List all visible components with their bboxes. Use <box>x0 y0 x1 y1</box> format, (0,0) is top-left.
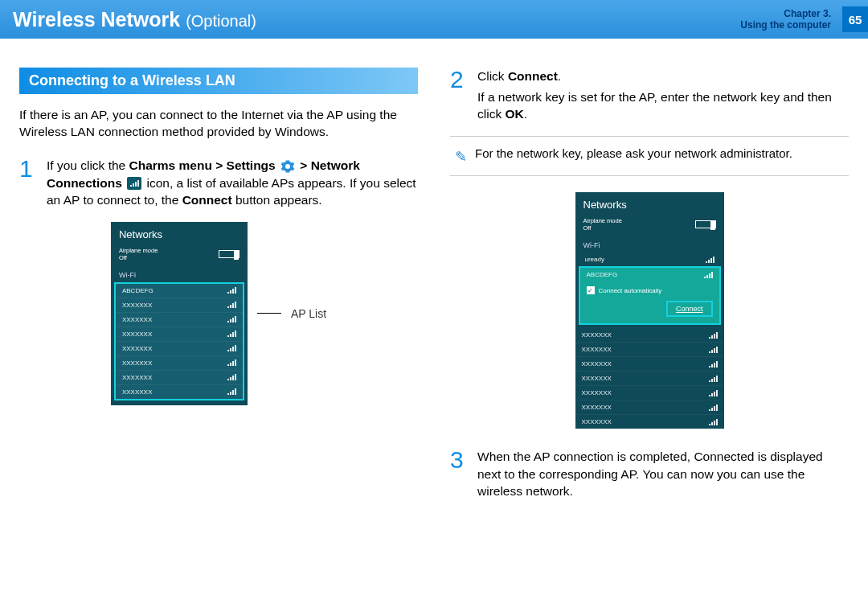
step-3-number: 3 <box>450 448 469 500</box>
ap-item[interactable]: XXXXXXX <box>116 326 243 341</box>
airplane-mode-label: Airplane mode <box>583 217 622 224</box>
airplane-state: Off <box>583 224 622 232</box>
networks-panel-2: Networks Airplane mode Off Wi-Fi uready … <box>575 192 724 429</box>
chapter-number: Chapter 3. <box>740 8 831 19</box>
step-1-number: 1 <box>19 157 39 209</box>
signal-icon <box>227 331 236 337</box>
signal-icon <box>227 374 236 380</box>
panel-title: Networks <box>575 199 724 217</box>
ap-name: XXXXXXX <box>122 316 152 323</box>
step-3: 3 When the AP connection is completed, C… <box>450 448 849 500</box>
airplane-toggle[interactable] <box>219 250 240 258</box>
ap-item[interactable]: XXXXXXX <box>116 341 243 355</box>
ap-name: ABCDEFG <box>587 271 618 278</box>
ap-item[interactable]: XXXXXXX <box>116 370 243 384</box>
note-box: ✎ For the network key, please ask your n… <box>450 136 849 176</box>
text: If a network key is set for the AP, ente… <box>477 90 832 121</box>
airplane-mode-row: Airplane mode Off <box>111 247 248 266</box>
ap-item[interactable]: XXXXXXX <box>575 342 724 356</box>
ap-item[interactable]: uready <box>575 253 724 266</box>
intro-text: If there is an AP, you can connect to th… <box>19 107 418 141</box>
title-subtitle: (Optional) <box>186 12 256 30</box>
ap-item[interactable]: ABCDEFG <box>116 284 243 298</box>
signal-icon <box>709 405 718 411</box>
signal-icon <box>709 419 718 425</box>
signal-icon <box>127 177 141 190</box>
networks-panel: Networks Airplane mode Off Wi-Fi ABCDEFG… <box>111 222 248 405</box>
ap-name: XXXXXXX <box>582 418 612 425</box>
text: Click <box>477 69 508 83</box>
bold: Connect <box>508 69 558 83</box>
ap-name: XXXXXXX <box>122 331 152 338</box>
ap-item[interactable]: XXXXXXX <box>575 356 724 371</box>
signal-icon <box>709 390 718 396</box>
airplane-state: Off <box>119 254 158 261</box>
ap-item[interactable]: XXXXXXX <box>575 385 724 400</box>
left-column: Connecting to a Wireless LAN If there is… <box>19 68 418 513</box>
text: . <box>558 69 561 83</box>
ap-name: ABCDEFG <box>122 287 154 294</box>
ap-item[interactable]: XXXXXXX <box>116 384 243 399</box>
connect-auto-label: Connect automatically <box>599 287 662 294</box>
ap-list-caption: AP List <box>291 307 326 320</box>
ap-name: XXXXXXX <box>122 374 152 381</box>
step-1: 1 If you click the Charms menu > Setting… <box>19 157 418 209</box>
panel-title: Networks <box>111 228 248 247</box>
signal-icon <box>227 287 236 294</box>
step-2-number: 2 <box>450 68 469 123</box>
gear-icon <box>280 159 295 174</box>
airplane-mode-label: Airplane mode <box>119 247 158 254</box>
airplane-toggle[interactable] <box>695 220 716 228</box>
step-3-body: When the AP connection is completed, Con… <box>477 448 849 500</box>
ap-name: XXXXXXX <box>582 404 612 411</box>
header-meta: Chapter 3. Using the computer 65 <box>740 6 868 32</box>
ap-item[interactable]: XXXXXXX <box>575 328 724 342</box>
ap-item[interactable]: XXXXXXX <box>116 298 243 312</box>
page-title: Wireless Network (Optional) <box>13 8 256 31</box>
content-area: Connecting to a Wireless LAN If there is… <box>0 39 868 513</box>
step-2: 2 Click Connect. If a network key is set… <box>450 68 849 123</box>
ap-item[interactable]: XXXXXXX <box>575 400 724 414</box>
ap-name: XXXXXXX <box>582 389 612 396</box>
networks-panel-figure-1: Networks Airplane mode Off Wi-Fi ABCDEFG… <box>111 222 326 405</box>
bold: OK <box>505 107 523 121</box>
signal-icon <box>227 388 236 395</box>
connect-auto-row[interactable]: ✓ Connect automatically <box>580 281 719 299</box>
step-2-body: Click Connect. If a network key is set f… <box>477 68 849 123</box>
ap-item[interactable]: XXXXXXX <box>575 371 724 385</box>
signal-icon <box>227 359 236 366</box>
text: If you click the <box>47 158 129 172</box>
callout-line <box>257 313 281 314</box>
ap-name: XXXXXXX <box>122 388 152 396</box>
ap-name: XXXXXXX <box>582 375 612 382</box>
page-header: Wireless Network (Optional) Chapter 3. U… <box>0 0 868 39</box>
note-icon: ✎ <box>455 148 467 166</box>
signal-icon <box>227 345 236 351</box>
connect-button[interactable]: Connect <box>666 301 713 317</box>
page-number: 65 <box>842 6 868 32</box>
right-column: 2 Click Connect. If a network key is set… <box>450 68 849 513</box>
chapter-title: Using the computer <box>740 19 831 31</box>
checkbox-icon[interactable]: ✓ <box>587 286 595 294</box>
text: . <box>524 107 527 121</box>
signal-icon <box>709 376 718 382</box>
ap-list-box: ABCDEFG XXXXXXX XXXXXXX XXXXXXX XXXXXXX … <box>114 282 244 400</box>
title-main: Wireless Network <box>13 8 180 31</box>
wifi-label: Wi-Fi <box>575 236 724 253</box>
ap-name: XXXXXXX <box>122 359 152 367</box>
signal-icon <box>706 257 714 263</box>
signal-icon <box>709 347 718 353</box>
bold: Connect <box>182 193 232 207</box>
chapter-info: Chapter 3. Using the computer <box>740 8 831 31</box>
ap-item[interactable]: XXXXXXX <box>575 414 724 429</box>
ap-name: XXXXXXX <box>582 346 612 353</box>
ap-item[interactable]: XXXXXXX <box>116 312 243 326</box>
selected-ap-block: ABCDEFG ✓ Connect automatically Connect <box>579 266 721 325</box>
text: button appears. <box>232 193 322 207</box>
airplane-mode-row: Airplane mode Off <box>575 217 724 236</box>
wifi-label: Wi-Fi <box>111 266 248 282</box>
note-text: For the network key, please ask your net… <box>475 146 792 160</box>
ap-item[interactable]: XXXXXXX <box>116 355 243 370</box>
ap-name: XXXXXXX <box>582 331 612 339</box>
ap-item-selected[interactable]: ABCDEFG <box>580 268 719 281</box>
